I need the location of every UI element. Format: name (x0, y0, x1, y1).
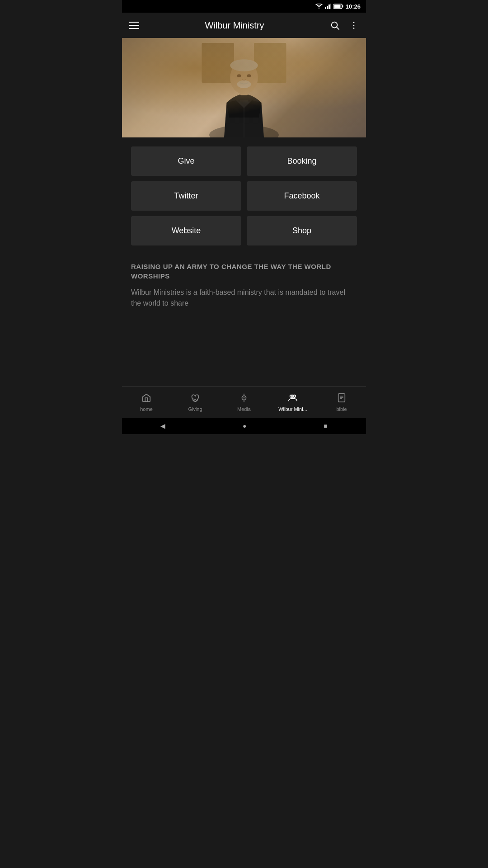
nav-item-media[interactable]: Media (220, 393, 268, 412)
person-image (122, 38, 366, 137)
hero-image (122, 38, 366, 137)
nav-label-home: home (140, 406, 153, 412)
svg-rect-0 (325, 7, 326, 9)
search-icon[interactable] (330, 20, 340, 30)
nav-label-media: Media (237, 406, 251, 412)
svg-point-20 (237, 80, 251, 89)
text-content: RAISING UP AN ARMY TO CHANGE THE WAY THE… (122, 255, 366, 316)
svg-point-22 (244, 397, 245, 398)
svg-point-9 (353, 22, 355, 23)
more-options-icon[interactable] (349, 20, 359, 30)
bible-icon (337, 393, 347, 405)
svg-point-14 (209, 125, 279, 138)
twitter-button[interactable]: Twitter (131, 181, 241, 211)
nav-item-home[interactable]: home (122, 393, 171, 412)
svg-rect-2 (328, 5, 330, 9)
nav-label-bible: bible (336, 406, 347, 412)
action-buttons-grid: Give Booking Twitter Facebook Website Sh… (122, 137, 366, 255)
nav-left (129, 22, 139, 29)
svg-rect-1 (327, 6, 328, 9)
svg-point-27 (291, 395, 294, 397)
svg-rect-15 (240, 85, 248, 95)
nav-item-giving[interactable]: Giving (171, 393, 220, 412)
svg-point-16 (230, 61, 258, 94)
top-navigation: Wilbur Ministry (122, 13, 366, 38)
nav-label-wilbur: Wilbur Mini... (278, 406, 307, 412)
recents-button[interactable]: ■ (324, 422, 327, 429)
giving-icon (190, 393, 200, 405)
description-text: Wilbur Ministries is a faith-based minis… (131, 287, 357, 309)
svg-point-18 (237, 74, 241, 77)
wifi-icon (315, 4, 323, 9)
svg-rect-13 (254, 43, 286, 83)
svg-point-19 (247, 74, 251, 77)
website-button[interactable]: Website (131, 216, 241, 245)
media-icon (239, 393, 249, 405)
bottom-navigation: home Giving Media (122, 386, 366, 418)
status-bar: 10:26 (122, 0, 366, 13)
status-icons: 10:26 (315, 3, 361, 10)
shop-button[interactable]: Shop (247, 216, 357, 245)
svg-rect-5 (342, 5, 343, 8)
battery-icon (333, 4, 343, 9)
booking-button[interactable]: Booking (247, 146, 357, 176)
back-button[interactable]: ◀ (160, 422, 165, 429)
svg-point-17 (230, 59, 258, 71)
signal-icon (325, 4, 331, 9)
svg-point-10 (353, 25, 355, 26)
status-time: 10:26 (346, 3, 361, 10)
hamburger-menu-button[interactable] (129, 22, 139, 29)
people-icon (288, 393, 298, 405)
svg-rect-6 (334, 5, 340, 8)
svg-point-11 (353, 28, 355, 29)
nav-item-wilbur[interactable]: Wilbur Mini... (268, 393, 317, 412)
svg-rect-12 (202, 43, 235, 83)
nav-item-bible[interactable]: bible (317, 393, 366, 412)
tagline-text: RAISING UP AN ARMY TO CHANGE THE WAY THE… (131, 262, 357, 281)
facebook-button[interactable]: Facebook (247, 181, 357, 211)
svg-rect-28 (338, 393, 345, 401)
nav-label-giving: Giving (188, 406, 202, 412)
give-button[interactable]: Give (131, 146, 241, 176)
svg-rect-3 (330, 4, 331, 9)
system-navigation: ◀ ● ■ (122, 418, 366, 434)
home-icon (141, 393, 151, 405)
page-title: Wilbur Ministry (205, 20, 264, 31)
home-button[interactable]: ● (243, 422, 246, 429)
svg-line-8 (337, 27, 339, 29)
nav-right (330, 20, 359, 30)
